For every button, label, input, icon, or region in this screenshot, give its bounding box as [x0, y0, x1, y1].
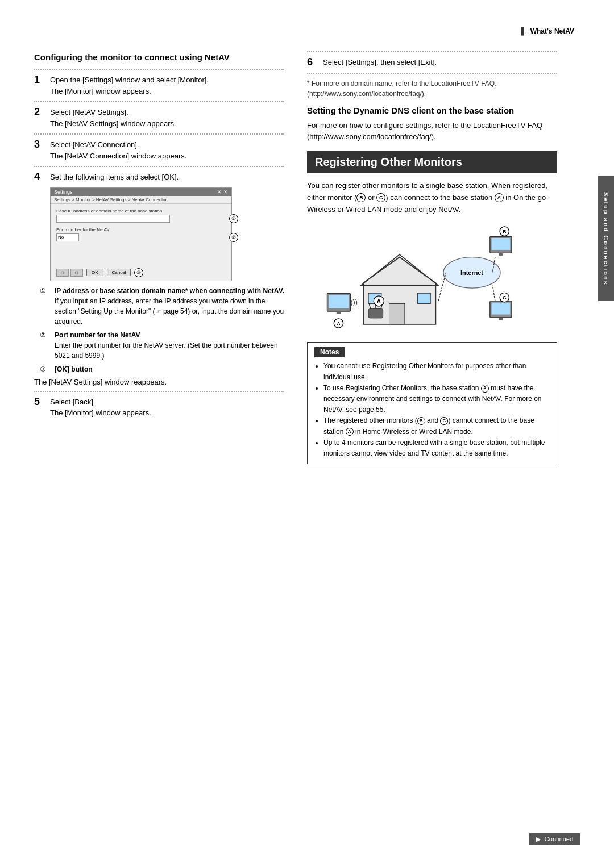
step-1: 1 Open the [Settings] window and select …	[34, 74, 284, 97]
divider-4	[34, 166, 284, 167]
step-5-num: 5	[34, 397, 45, 419]
ann-2-circle: ②	[229, 233, 238, 242]
step-4-content: Set the following items and select [OK].	[50, 172, 179, 183]
svg-rect-4	[418, 294, 431, 304]
screenshot-btn-ok: OK	[86, 269, 103, 276]
ann-item-1: ① IP address or base station domain name…	[40, 286, 284, 327]
svg-rect-27	[492, 303, 511, 315]
svg-rect-5	[368, 309, 383, 318]
step-6-right: 6 Select [Settings], then select [Exit].	[307, 57, 557, 68]
svg-text:C: C	[503, 295, 507, 301]
step-3-num: 3	[34, 139, 45, 161]
divider-5	[34, 391, 284, 392]
screenshot-icon-area: ◻ ◻	[56, 269, 83, 277]
annotation-list: ① IP address or base station domain name…	[40, 286, 284, 374]
ann-item-3: ③ [OK] button	[40, 364, 284, 374]
step-2: 2 Select [NetAV Settings]. The [NetAV Se…	[34, 107, 284, 129]
step-2-num: 2	[34, 107, 45, 129]
svg-text:))): )))	[350, 298, 358, 307]
svg-rect-12	[329, 295, 349, 308]
svg-rect-21	[492, 238, 511, 250]
sub-section-heading: Setting the Dynamic DNS client on the ba…	[307, 105, 557, 116]
divider-1	[34, 69, 284, 70]
continued-icon: ▶	[536, 836, 541, 842]
svg-rect-2	[389, 304, 405, 324]
step-6-content: Select [Settings], then select [Exit].	[323, 57, 437, 68]
sub-body: For more on how to configure settings, r…	[307, 120, 557, 144]
screenshot-breadcrumb: Settings > Monitor > NetAV Settings > Ne…	[51, 196, 231, 204]
left-section-heading: Configuring the monitor to connect using…	[34, 51, 284, 63]
ann-3-circle: ③	[134, 268, 143, 277]
top-right-label: ▌ What's NetAV	[521, 27, 574, 35]
step-5-content: Select [Back]. The [Monitor] window appe…	[50, 397, 151, 419]
step-1-content: Open the [Settings] window and select [M…	[50, 74, 209, 97]
svg-rect-22	[499, 253, 503, 256]
right-divider-top	[307, 51, 557, 52]
notes-list: You cannot use Registering Other Monitor…	[314, 361, 550, 459]
screenshot-footer: ◻ ◻ OK Cancel ③	[56, 268, 143, 277]
notes-box: Notes You cannot use Registering Other M…	[307, 342, 557, 464]
notes-title: Notes	[314, 347, 345, 357]
step-6-num: 6	[307, 57, 318, 68]
step-4-num: 4	[34, 172, 45, 183]
step-4: 4 Set the following items and select [OK…	[34, 172, 284, 183]
step-3-content: Select [NetAV Connection]. The [NetAV Co…	[50, 139, 186, 161]
ann-1-circle: ①	[229, 214, 238, 223]
svg-text:A: A	[377, 298, 381, 304]
continued-button: ▶ Continued	[529, 833, 580, 845]
settings-screenshot: Settings ✕ ✕ Settings > Monitor > NetAV …	[50, 187, 232, 281]
step-5: 5 Select [Back]. The [Monitor] window ap…	[34, 397, 284, 419]
rom-heading: Registering Other Monitors	[307, 151, 557, 173]
screenshot-input2: No	[56, 233, 79, 241]
note-2: To use Registering Other Monitors, the b…	[323, 383, 550, 416]
ann-item-2: ② Port number for the NetAV Enter the po…	[40, 330, 284, 361]
screenshot-input1	[56, 215, 170, 223]
svg-line-31	[492, 286, 495, 301]
svg-text:B: B	[503, 229, 507, 235]
step-2-content: Select [NetAV Settings]. The [NetAV Sett…	[50, 107, 176, 129]
reappears-text: The [NetAV Settings] window reappears.	[34, 378, 284, 386]
screenshot-label1: Base IP address or domain name of the ba…	[56, 208, 226, 214]
svg-rect-28	[499, 318, 503, 320]
screenshot-titlebar: Settings ✕ ✕	[51, 188, 231, 196]
left-column: Configuring the monitor to connect using…	[34, 45, 284, 823]
svg-rect-13	[337, 312, 341, 315]
step-3: 3 Select [NetAV Connection]. The [NetAV …	[34, 139, 284, 161]
note-1: You cannot use Registering Other Monitor…	[323, 361, 550, 382]
rom-body: You can register other monitors to a sin…	[307, 180, 557, 215]
right-footnote: * For more on domain name, refer to the …	[307, 78, 557, 99]
right-column: 6 Select [Settings], then select [Exit].…	[307, 45, 557, 823]
step-1-num: 1	[34, 74, 45, 97]
svg-line-19	[438, 273, 446, 301]
divider-2	[34, 101, 284, 102]
bar-icon: ▌	[521, 27, 526, 35]
network-diagram: A ))) A Internet	[307, 221, 557, 336]
svg-text:A: A	[337, 321, 341, 327]
note-3: The registered other monitors (B and C) …	[323, 415, 550, 437]
side-tab: Setup and Connections	[598, 176, 614, 301]
network-svg: A ))) A Internet	[307, 221, 523, 335]
svg-text:Internet: Internet	[460, 269, 483, 276]
divider-3	[34, 133, 284, 135]
note-4: Up to 4 monitors can be registered with …	[323, 437, 550, 459]
screenshot-btn-cancel: Cancel	[107, 269, 131, 276]
right-divider-2	[307, 73, 557, 74]
screenshot-label2: Port number for the NetAV	[56, 227, 226, 232]
